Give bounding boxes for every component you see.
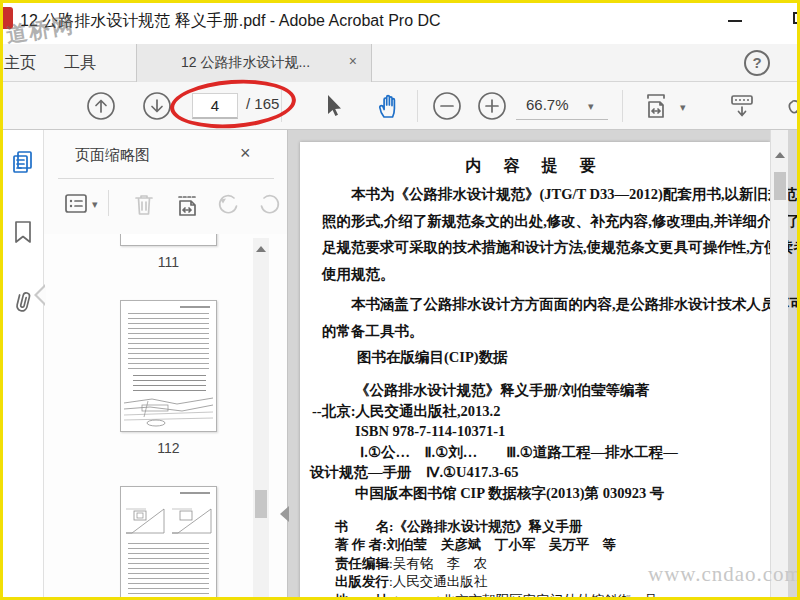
page-thumbnails-icon xyxy=(9,148,37,176)
close-panel-icon[interactable]: × xyxy=(240,143,251,164)
attachments-panel-button[interactable] xyxy=(9,288,37,316)
rotate-counterclockwise-button[interactable] xyxy=(214,190,242,218)
document-area: 内 容 提 要 本书为《公路排水设计规范》(JTG/T D33—2012)配套用… xyxy=(288,130,800,600)
page-number-input[interactable]: 4 xyxy=(192,93,238,119)
maximize-button[interactable] xyxy=(782,8,800,34)
zoom-in-button[interactable] xyxy=(476,90,508,122)
active-panel-notch xyxy=(37,286,46,304)
summary-line: 本书为《公路排水设计规范》(JTG/T D33—2012)配套用书,以新旧规范条… xyxy=(322,181,750,208)
maximize-icon xyxy=(793,12,800,24)
toolbar-divider xyxy=(417,90,418,122)
tab-document[interactable]: 12 公路排水设计规... × xyxy=(136,44,372,82)
paperclip-icon xyxy=(9,288,37,316)
select-tool-button[interactable] xyxy=(318,90,350,122)
book-info-label: 责任编辑 xyxy=(335,556,389,571)
rotate-clockwise-button[interactable] xyxy=(256,190,284,218)
options-list-icon xyxy=(62,190,90,218)
page-thumbnails-panel: 页面缩略图 × ▾ 111 xyxy=(44,130,288,600)
cursor-arrow-icon xyxy=(318,90,350,122)
fit-width-button[interactable] xyxy=(640,90,672,122)
next-page-button[interactable] xyxy=(141,90,173,122)
main-area: 页面缩略图 × ▾ 111 xyxy=(0,130,800,600)
thumbnail-113-text xyxy=(128,543,209,600)
tab-tools[interactable]: 工具 xyxy=(64,53,96,74)
zoom-out-button[interactable] xyxy=(431,90,463,122)
chevron-down-icon[interactable]: ▾ xyxy=(92,198,98,211)
collapse-toolbar-button[interactable] xyxy=(726,90,758,122)
book-info-label: 书 名 xyxy=(335,519,389,534)
minimize-icon xyxy=(728,20,742,22)
panel-scrollbar[interactable] xyxy=(253,238,269,600)
arrow-down-circle-icon xyxy=(141,90,173,122)
rotate-ccw-icon xyxy=(214,190,242,218)
thumbnail-112-text xyxy=(128,313,209,371)
toolbar-divider xyxy=(622,90,623,122)
cip-line: 《公路排水设计规范》释义手册/刘伯莹等编著 xyxy=(300,380,760,401)
previous-page-button[interactable] xyxy=(85,90,117,122)
pdf-page: 内 容 提 要 本书为《公路排水设计规范》(JTG/T D33—2012)配套用… xyxy=(300,142,770,600)
tab-home[interactable]: 主页 xyxy=(4,53,36,74)
cip-line: ISBN 978-7-114-10371-1 xyxy=(300,421,760,442)
zoom-level-dropdown[interactable]: 66.7% ▾ xyxy=(516,92,608,120)
rotate-cw-icon xyxy=(256,190,284,218)
book-info-value: :刘伯莹 关彦斌 丁小军 吴万平 等 xyxy=(382,537,616,552)
chevron-down-icon[interactable]: ▾ xyxy=(680,101,686,114)
summary-line: 本书涵盖了公路排水设计方方面面的内容,是公路排水设计技术人员不可多得 xyxy=(322,291,750,318)
bookmarks-panel-button[interactable] xyxy=(9,218,37,246)
book-info-label: 著 作 者 xyxy=(335,537,382,552)
close-tab-icon[interactable]: × xyxy=(349,53,357,69)
cip-line: Ⅰ.①公… Ⅱ.①刘… Ⅲ.①道路工程—排水工程— xyxy=(300,442,760,463)
book-info-value: :吴有铭 李 农 xyxy=(389,556,487,571)
book-info-label: 地 址 xyxy=(335,593,389,600)
toolbar-divider xyxy=(281,90,282,122)
window-title: 12 公路排水设计规范 释义手册.pdf - Adobe Acrobat Pro… xyxy=(20,11,441,32)
collapse-panel-button[interactable] xyxy=(280,506,289,522)
bookmark-icon xyxy=(9,218,37,246)
page-thumbnails-panel-button[interactable] xyxy=(9,148,37,176)
help-button[interactable]: ? xyxy=(744,50,770,76)
tab-document-label: 12 公路排水设计规... xyxy=(181,54,310,72)
minimize-button[interactable] xyxy=(718,8,752,34)
cip-line: --北京:人民交通出版社,2013.2 xyxy=(300,401,760,422)
tab-bar: 主页 工具 12 公路排水设计规... × ? xyxy=(0,44,800,82)
fit-width-icon xyxy=(640,90,672,122)
hand-icon xyxy=(372,90,404,122)
summary-line: 足规范要求可采取的技术措施和设计方法,使规范条文更具可操作性,方便读者学习 xyxy=(322,234,750,261)
main-toolbar: 4 / 165 66.7% ▾ ▾ xyxy=(0,82,800,130)
chevron-down-icon: ▾ xyxy=(588,100,594,113)
panel-title: 页面缩略图 xyxy=(75,146,150,165)
summary-heading: 内 容 提 要 xyxy=(300,156,770,177)
thumbnail-label-111: 111 xyxy=(120,254,217,270)
cip-heading: 图书在版编目(CIP)数据 xyxy=(357,348,508,367)
scroll-up-icon[interactable] xyxy=(775,152,785,158)
thumbnail-112-diagram xyxy=(122,395,215,429)
document-scrollbar[interactable] xyxy=(770,130,788,600)
book-info-value: :人民交通出版社 xyxy=(389,574,487,589)
scroll-up-icon[interactable] xyxy=(256,246,266,252)
arrow-up-circle-icon xyxy=(85,90,117,122)
delete-pages-button[interactable] xyxy=(130,190,158,218)
cip-line: 设计规范—手册 Ⅳ.①U417.3-65 xyxy=(300,462,760,483)
page-total-label: / 165 xyxy=(246,95,279,112)
panel-scrollbar-thumb[interactable] xyxy=(255,490,267,518)
link-tool-button[interactable] xyxy=(786,90,800,122)
document-scrollbar-thumb[interactable] xyxy=(774,172,786,200)
hand-tool-button[interactable] xyxy=(372,90,404,122)
book-info-value: :《公路排水设计规范》释义手册 xyxy=(389,519,583,534)
thumbnail-page-113[interactable] xyxy=(120,486,217,600)
thumbnail-page-111[interactable] xyxy=(120,234,217,246)
book-info-block: 书 名:《公路排水设计规范》释义手册 著 作 者:刘伯莹 关彦斌 丁小军 吴万平… xyxy=(335,518,658,600)
crop-pages-button[interactable] xyxy=(174,190,202,218)
collapse-toolbar-icon xyxy=(726,90,758,122)
thumbnail-label-112: 112 xyxy=(120,440,217,456)
thumbnail-options-button[interactable] xyxy=(62,190,90,218)
plus-circle-icon xyxy=(476,90,508,122)
summary-line: 使用规范。 xyxy=(322,261,750,288)
zoom-level-value: 66.7% xyxy=(526,96,569,113)
thumbnail-112-header xyxy=(180,306,210,308)
panel-divider xyxy=(58,178,274,179)
site-watermark: www.cndao.com xyxy=(648,562,800,587)
thumbnail-page-112[interactable] xyxy=(120,300,217,432)
thumbnail-112-list xyxy=(133,375,206,393)
thumbnail-list: 111 112 xyxy=(44,234,287,600)
